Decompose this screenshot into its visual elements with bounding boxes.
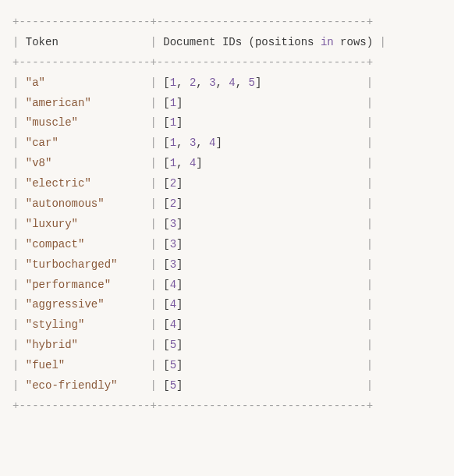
table-row: | "luxury" | [3] | (12, 215, 442, 235)
ascii-table: +--------------------+------------------… (12, 12, 442, 417)
table-header-row: | Token | Document IDs (positions in row… (12, 33, 442, 53)
ids-cell: [3] (163, 258, 183, 271)
table-row: | "electric" | [2] | (12, 174, 442, 194)
table-row: | "american" | [1] | (12, 94, 442, 114)
token-cell: "hybrid" (26, 339, 78, 351)
header-col-token: Token (26, 36, 144, 48)
table-row: | "muscle" | [1] | (12, 113, 442, 133)
table-row: | "v8" | [1, 4] | (12, 154, 442, 174)
ids-cell: [5] (163, 379, 183, 392)
table-row: | "styling" | [4] | (12, 315, 442, 336)
token-cell: "compact" (26, 238, 85, 250)
token-cell: "turbocharged" (26, 258, 118, 271)
table-row: | "autonomous" | [2] | (12, 194, 442, 215)
token-cell: "eco-friendly" (26, 379, 118, 392)
token-cell: "autonomous" (26, 197, 105, 210)
table-row: | "eco-friendly" | [5] | (12, 376, 442, 396)
table-row: | "hybrid" | [5] | (12, 336, 442, 356)
table-row: | "car" | [1, 3, 4] | (12, 133, 442, 154)
table-row: | "fuel" | [5] | (12, 356, 442, 376)
ids-cell: [1, 3, 4] (163, 137, 222, 149)
ids-cell: [1, 2, 3, 4, 5] (163, 76, 261, 89)
ids-cell: [3] (163, 218, 183, 230)
ids-cell: [5] (163, 339, 183, 351)
header-keyword: in (321, 36, 334, 48)
token-cell: "luxury" (26, 218, 78, 230)
token-cell: "american" (26, 97, 91, 109)
ids-cell: [1] (163, 116, 183, 129)
token-cell: "fuel" (26, 359, 65, 371)
token-cell: "a" (26, 76, 45, 89)
table-border: +--------------------+------------------… (12, 396, 442, 417)
token-cell: "muscle" (26, 116, 78, 129)
table-border: +--------------------+------------------… (12, 12, 442, 33)
table-row: | "aggressive" | [4] | (12, 295, 442, 315)
ids-cell: [3] (163, 238, 183, 250)
ids-cell: [2] (163, 197, 183, 210)
token-cell: "performance" (26, 279, 111, 291)
ids-cell: [1] (163, 97, 183, 109)
token-cell: "electric" (26, 177, 91, 190)
table-row: | "a" | [1, 2, 3, 4, 5] | (12, 73, 442, 94)
token-cell: "aggressive" (26, 298, 105, 311)
ids-cell: [5] (163, 359, 183, 371)
ids-cell: [2] (163, 177, 183, 190)
token-cell: "styling" (26, 318, 85, 331)
ids-cell: [1, 4] (163, 157, 202, 169)
token-cell: "v8" (26, 157, 52, 169)
token-cell: "car" (26, 137, 59, 149)
table-border: +--------------------+------------------… (12, 53, 442, 73)
table-row: | "turbocharged" | [3] | (12, 255, 442, 275)
ids-cell: [4] (163, 279, 183, 291)
table-row: | "performance" | [4] | (12, 275, 442, 296)
table-row: | "compact" | [3] | (12, 235, 442, 255)
ids-cell: [4] (163, 298, 183, 311)
ids-cell: [4] (163, 318, 183, 331)
